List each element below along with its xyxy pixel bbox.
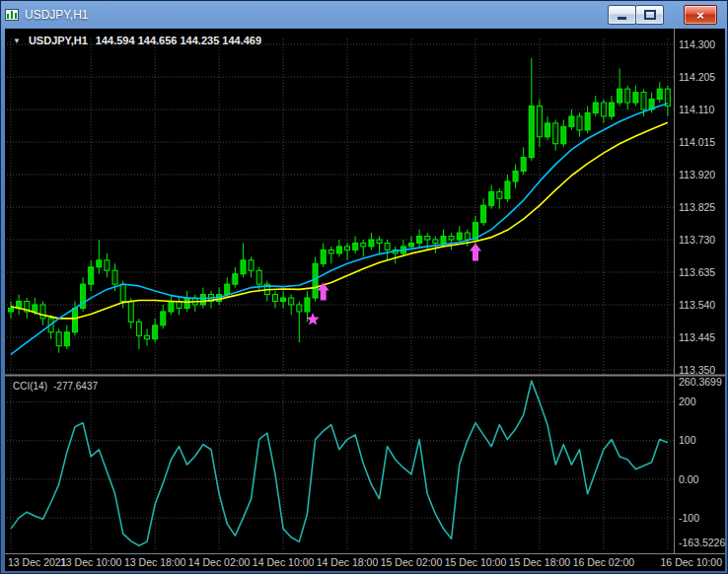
svg-text:13 Dec 18:00: 13 Dec 18:00 [124, 556, 186, 568]
window-titlebar[interactable]: USDJPY,H1 × [5, 3, 723, 27]
svg-text:13 Dec 2021: 13 Dec 2021 [8, 556, 67, 568]
close-button[interactable]: × [684, 5, 717, 25]
svg-text:113.445: 113.445 [679, 331, 715, 343]
svg-text:14 Dec 02:00: 14 Dec 02:00 [188, 556, 251, 568]
svg-text:16 Dec 02:00: 16 Dec 02:00 [573, 556, 635, 568]
maximize-icon [644, 10, 656, 20]
close-icon: × [696, 9, 704, 22]
svg-text:14 Dec 10:00: 14 Dec 10:00 [253, 556, 315, 568]
chart-client-area: 114.300114.205114.110114.015113.920113.8… [5, 29, 725, 571]
maximize-button[interactable] [635, 5, 664, 25]
window-title: USDJPY,H1 [25, 8, 88, 22]
svg-text:114.300: 114.300 [679, 38, 715, 50]
svg-text:15 Dec 10:00: 15 Dec 10:00 [445, 556, 507, 568]
svg-text:15 Dec 02:00: 15 Dec 02:00 [381, 556, 443, 568]
chart-window: USDJPY,H1 × 114.300114.205114.110114.015… [0, 0, 728, 574]
svg-text:113.920: 113.920 [679, 169, 715, 180]
svg-text:0.00: 0.00 [679, 473, 699, 485]
svg-text:-163.5226: -163.5226 [679, 537, 725, 548]
minimize-button[interactable] [608, 5, 636, 25]
svg-text:113.350: 113.350 [679, 364, 715, 376]
svg-text:14 Dec 18:00: 14 Dec 18:00 [317, 556, 379, 568]
svg-text:15 Dec 18:00: 15 Dec 18:00 [509, 556, 571, 568]
chart-window-icon [5, 9, 19, 21]
chart-canvas[interactable]: 114.300114.205114.110114.015113.920113.8… [5, 29, 725, 571]
svg-text:113.540: 113.540 [679, 299, 715, 311]
minimize-icon [618, 17, 626, 20]
svg-text:100: 100 [679, 434, 696, 446]
svg-text:16 Dec 10:00: 16 Dec 10:00 [661, 556, 723, 568]
time-axis-labels: 13 Dec 202113 Dec 10:0013 Dec 18:0014 De… [8, 556, 722, 568]
svg-text:-100: -100 [679, 512, 699, 524]
svg-text:13 Dec 10:00: 13 Dec 10:00 [60, 556, 122, 568]
svg-text:113.730: 113.730 [679, 234, 715, 246]
svg-text:260.3699: 260.3699 [679, 376, 722, 388]
svg-text:114.110: 114.110 [679, 104, 715, 115]
svg-text:114.015: 114.015 [679, 136, 715, 148]
svg-text:113.825: 113.825 [679, 201, 715, 213]
svg-text:113.635: 113.635 [679, 266, 715, 278]
svg-text:200: 200 [679, 395, 696, 407]
svg-text:114.205: 114.205 [679, 71, 715, 83]
